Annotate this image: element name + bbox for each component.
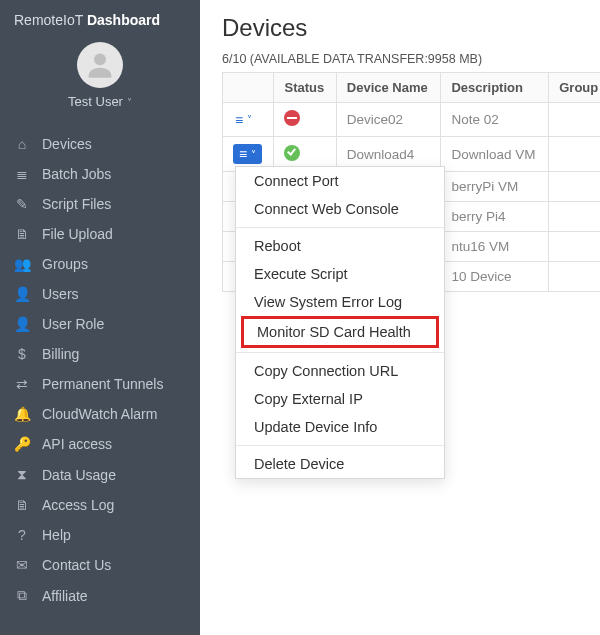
nav-label: Devices: [42, 136, 92, 152]
user-block: Test User˅: [0, 34, 200, 123]
nav-contact[interactable]: ✉Contact Us: [0, 550, 200, 580]
role-icon: 👤: [14, 316, 30, 332]
nav-users[interactable]: 👤Users: [0, 279, 200, 309]
cell-status: [274, 103, 336, 137]
nav-label: Permanent Tunnels: [42, 376, 163, 392]
nav-label: Affiliate: [42, 588, 88, 604]
list-icon: ≣: [14, 166, 30, 182]
ctx-copy-url[interactable]: Copy Connection URL: [236, 357, 444, 385]
ctx-update-info[interactable]: Update Device Info: [236, 413, 444, 441]
cell-desc: berry Pi4: [441, 202, 549, 232]
svg-point-0: [94, 53, 106, 65]
nav-label: User Role: [42, 316, 104, 332]
chevron-down-icon: ˅: [127, 97, 132, 108]
cell-desc: Download VM: [441, 137, 549, 172]
cell-group: [549, 137, 600, 172]
log-icon: 🗎: [14, 497, 30, 513]
help-icon: ?: [14, 527, 30, 543]
ctx-reboot[interactable]: Reboot: [236, 232, 444, 260]
table-header-row: Status Device Name Description Group C: [223, 73, 601, 103]
status-bad-icon: [284, 110, 300, 126]
col-desc[interactable]: Description: [441, 73, 549, 103]
cell-desc: ntu16 VM: [441, 232, 549, 262]
key-icon: 🔑: [14, 436, 30, 452]
tunnel-icon: ⇄: [14, 376, 30, 392]
chevron-down-icon: ˅: [251, 149, 256, 160]
bell-icon: 🔔: [14, 406, 30, 422]
nav-help[interactable]: ?Help: [0, 520, 200, 550]
nav-accesslog[interactable]: 🗎Access Log: [0, 490, 200, 520]
nav-upload[interactable]: 🗎File Upload: [0, 219, 200, 249]
ctx-exec-script[interactable]: Execute Script: [236, 260, 444, 288]
highlight-box: Monitor SD Card Health: [241, 316, 439, 348]
mail-icon: ✉: [14, 557, 30, 573]
page-title: Devices: [222, 14, 600, 42]
nav-label: Help: [42, 527, 71, 543]
ctx-copy-ip[interactable]: Copy External IP: [236, 385, 444, 413]
nav-label: Users: [42, 286, 79, 302]
nav-tunnels[interactable]: ⇄Permanent Tunnels: [0, 369, 200, 399]
nav-groups[interactable]: 👥Groups: [0, 249, 200, 279]
nav-label: Billing: [42, 346, 79, 362]
nav-label: Contact Us: [42, 557, 111, 573]
ctx-separator: [236, 227, 444, 228]
col-name[interactable]: Device Name: [336, 73, 441, 103]
nav-batch[interactable]: ≣Batch Jobs: [0, 159, 200, 189]
group-icon: 👥: [14, 256, 30, 272]
sidebar-nav: ⌂Devices ≣Batch Jobs ✎Script Files 🗎File…: [0, 123, 200, 617]
row-menu-button[interactable]: ≡˅: [233, 112, 254, 128]
user-icon: 👤: [14, 286, 30, 302]
nav-role[interactable]: 👤 User Role: [0, 309, 200, 339]
col-actions[interactable]: [223, 73, 274, 103]
nav-cloudwatch[interactable]: 🔔CloudWatch Alarm: [0, 399, 200, 429]
avatar-icon: [83, 48, 117, 82]
sidebar: RemoteIoT Dashboard Test User˅ ⌂Devices …: [0, 0, 200, 635]
ctx-connect-web[interactable]: Connect Web Console: [236, 195, 444, 223]
row-context-menu: Connect Port Connect Web Console Reboot …: [235, 166, 445, 479]
ext-icon: ⧉: [14, 587, 30, 604]
nav-label: Access Log: [42, 497, 114, 513]
cell-desc: Note 02: [441, 103, 549, 137]
dollar-icon: $: [14, 346, 30, 362]
nav-label: Data Usage: [42, 467, 116, 483]
nav-usage[interactable]: ⧗Data Usage: [0, 459, 200, 490]
nav-label: CloudWatch Alarm: [42, 406, 157, 422]
brand-bold: Dashboard: [87, 12, 160, 28]
nav-label: Script Files: [42, 196, 111, 212]
nav-label: Groups: [42, 256, 88, 272]
nav-devices[interactable]: ⌂Devices: [0, 129, 200, 159]
avatar[interactable]: [77, 42, 123, 88]
ctx-view-errlog[interactable]: View System Error Log: [236, 288, 444, 316]
nav-label: API access: [42, 436, 112, 452]
user-name-toggle[interactable]: Test User˅: [0, 94, 200, 109]
nav-api[interactable]: 🔑API access: [0, 429, 200, 459]
page-subinfo: 6/10 (AVAILABLE DATA TRANSFER:9958 MB): [222, 52, 600, 66]
ctx-delete-device[interactable]: Delete Device: [236, 450, 444, 478]
ctx-separator: [236, 352, 444, 353]
chevron-down-icon: ˅: [247, 114, 252, 125]
cell-name[interactable]: Device02: [336, 103, 441, 137]
nav-label: Batch Jobs: [42, 166, 111, 182]
ctx-connect-port[interactable]: Connect Port: [236, 167, 444, 195]
script-icon: ✎: [14, 196, 30, 212]
cell-desc: berryPi VM: [441, 172, 549, 202]
menu-icon: ≡: [235, 112, 243, 128]
col-status[interactable]: Status: [274, 73, 336, 103]
file-icon: 🗎: [14, 226, 30, 242]
status-ok-icon: [284, 145, 300, 161]
table-row: ≡˅ Device02 Note 02: [223, 103, 601, 137]
ctx-separator: [236, 445, 444, 446]
nav-billing[interactable]: $Billing: [0, 339, 200, 369]
nav-affiliate[interactable]: ⧉Affiliate: [0, 580, 200, 611]
hourglass-icon: ⧗: [14, 466, 30, 483]
menu-icon: ≡: [239, 146, 247, 162]
home-icon: ⌂: [14, 136, 30, 152]
ctx-monitor-sd[interactable]: Monitor SD Card Health: [244, 321, 436, 343]
user-name-label: Test User: [68, 94, 123, 109]
nav-scripts[interactable]: ✎Script Files: [0, 189, 200, 219]
brand-prefix: RemoteIoT: [14, 12, 87, 28]
row-menu-button-active[interactable]: ≡˅: [233, 144, 262, 164]
col-group[interactable]: Group: [549, 73, 600, 103]
cell-desc: 10 Device: [441, 262, 549, 292]
brand: RemoteIoT Dashboard: [0, 0, 200, 34]
